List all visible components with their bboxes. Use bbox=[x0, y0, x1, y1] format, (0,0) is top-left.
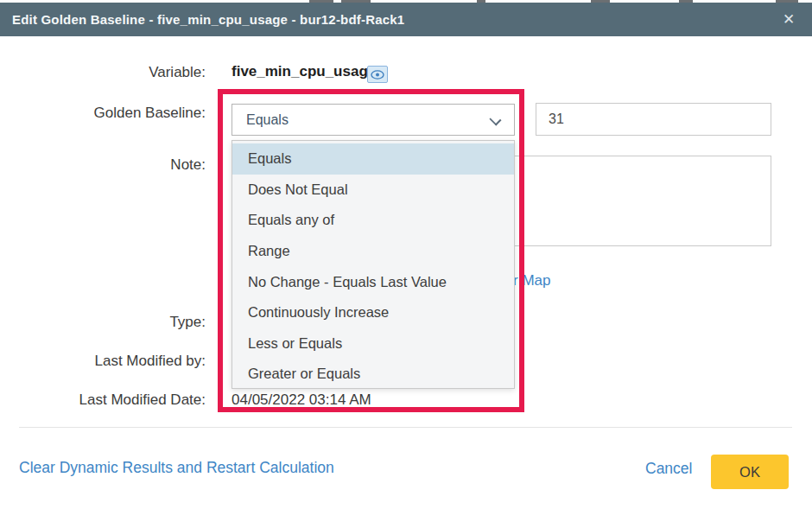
baseline-value-input[interactable] bbox=[536, 103, 771, 136]
dropdown-option-less-or-equals[interactable]: Less or Equals bbox=[232, 328, 514, 359]
last-modified-date-value: 04/05/2022 03:14 AM bbox=[232, 391, 371, 409]
dialog-title: Edit Golden Baseline - five_min_cpu_usag… bbox=[0, 12, 404, 27]
view-variable-button[interactable] bbox=[367, 66, 388, 83]
type-label: Type: bbox=[0, 314, 206, 331]
dropdown-option-equals-any-of[interactable]: Equals any of bbox=[232, 205, 514, 236]
footer-divider bbox=[19, 427, 792, 428]
dropdown-option-no-change[interactable]: No Change - Equals Last Value bbox=[232, 266, 514, 297]
close-icon[interactable]: ✕ bbox=[774, 3, 803, 36]
operator-select[interactable]: Equals bbox=[232, 104, 515, 136]
dropdown-option-range[interactable]: Range bbox=[232, 236, 514, 267]
note-label: Note: bbox=[0, 156, 206, 174]
operator-dropdown-list: Equals Does Not Equal Equals any of Rang… bbox=[232, 140, 515, 389]
operator-selected-value: Equals bbox=[232, 112, 289, 128]
ok-button[interactable]: OK bbox=[711, 455, 789, 489]
variable-value: five_min_cpu_usage bbox=[232, 63, 376, 80]
map-link[interactable]: r Map bbox=[513, 272, 550, 289]
edit-golden-baseline-dialog: Edit Golden Baseline - five_min_cpu_usag… bbox=[0, 0, 812, 509]
dropdown-option-greater-or-equals[interactable]: Greater or Equals bbox=[232, 359, 514, 390]
dropdown-option-equals[interactable]: Equals bbox=[232, 143, 514, 175]
cancel-button[interactable]: Cancel bbox=[645, 460, 692, 478]
last-modified-by-label: Last Modified by: bbox=[0, 353, 206, 370]
dialog-header: Edit Golden Baseline - five_min_cpu_usag… bbox=[0, 3, 812, 36]
variable-label: Variable: bbox=[0, 64, 206, 81]
last-modified-date-label: Last Modified Date: bbox=[0, 391, 206, 409]
eye-icon bbox=[371, 70, 384, 80]
chevron-down-icon bbox=[491, 115, 500, 124]
dropdown-option-does-not-equal[interactable]: Does Not Equal bbox=[232, 175, 514, 206]
clear-dynamic-results-link[interactable]: Clear Dynamic Results and Restart Calcul… bbox=[19, 459, 334, 477]
golden-baseline-label: Golden Baseline: bbox=[0, 105, 206, 122]
dropdown-option-continuously-increase[interactable]: Continuously Increase bbox=[232, 297, 514, 328]
